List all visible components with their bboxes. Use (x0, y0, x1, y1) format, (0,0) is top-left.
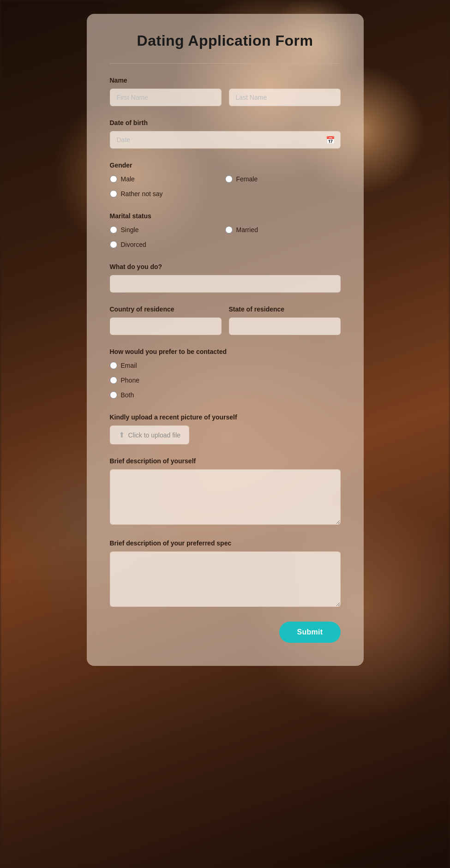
contact-phone-radio[interactable] (110, 377, 117, 384)
contact-radio-group: Email Phone Both (110, 360, 341, 401)
contact-both-label: Both (121, 391, 134, 399)
photo-label: Kindly upload a recent picture of yourse… (110, 413, 341, 421)
form-container: Dating Application Form Name Date of bir… (87, 14, 364, 666)
occupation-field-group: What do you do? (110, 263, 341, 293)
state-input[interactable] (229, 317, 341, 335)
gender-field-group: Gender Male Female Rather not say (110, 162, 341, 199)
contact-phone-option[interactable]: Phone (110, 375, 341, 386)
submit-row: Submit (110, 622, 341, 643)
upload-text: Click to upload file (128, 431, 181, 439)
dob-input[interactable] (110, 131, 341, 149)
title-divider (110, 63, 341, 64)
preferred-spec-textarea[interactable] (110, 551, 341, 607)
contact-email-label: Email (121, 362, 137, 369)
gender-rather-label: Rather not say (121, 190, 163, 198)
contact-row-1: Email (110, 360, 341, 371)
upload-icon: ⬆ (119, 431, 125, 439)
contact-phone-label: Phone (121, 377, 139, 384)
occupation-label: What do you do? (110, 263, 341, 270)
dob-field-group: Date of birth 📅 (110, 119, 341, 149)
marital-row-2: Divorced (110, 239, 341, 250)
name-field-group: Name (110, 77, 341, 106)
contact-both-radio[interactable] (110, 391, 117, 399)
preferred-spec-label: Brief description of your preferred spec (110, 539, 341, 547)
contact-both-option[interactable]: Both (110, 389, 341, 401)
marital-single-radio[interactable] (110, 226, 117, 233)
gender-female-label: Female (236, 175, 258, 183)
dob-label: Date of birth (110, 119, 341, 126)
gender-radio-group: Male Female Rather not say (110, 174, 341, 199)
form-title: Dating Application Form (110, 32, 341, 49)
name-row (110, 89, 341, 106)
marital-divorced-option[interactable]: Divorced (110, 239, 341, 250)
marital-single-label: Single (121, 226, 139, 233)
gender-label: Gender (110, 162, 341, 169)
self-description-textarea[interactable] (110, 469, 341, 525)
marital-divorced-label: Divorced (121, 241, 146, 248)
self-description-label: Brief description of yourself (110, 457, 341, 465)
location-row: Country of residence State of residence (110, 305, 341, 335)
gender-female-option[interactable]: Female (225, 174, 341, 185)
marital-label: Marital status (110, 212, 341, 220)
gender-male-label: Male (121, 175, 135, 183)
marital-field-group: Marital status Single Married Divorced (110, 212, 341, 250)
marital-radio-group: Single Married Divorced (110, 224, 341, 250)
gender-row-1: Male Female (110, 174, 341, 185)
marital-married-option[interactable]: Married (225, 224, 341, 235)
state-label: State of residence (229, 305, 341, 313)
contact-email-radio[interactable] (110, 362, 117, 369)
country-col: Country of residence (110, 305, 222, 335)
name-label: Name (110, 77, 341, 84)
contact-label: How would you prefer to be contacted (110, 348, 341, 355)
country-input[interactable] (110, 317, 222, 335)
contact-field-group: How would you prefer to be contacted Ema… (110, 348, 341, 401)
marital-married-label: Married (236, 226, 258, 233)
preferred-spec-field-group: Brief description of your preferred spec (110, 539, 341, 609)
country-label: Country of residence (110, 305, 222, 313)
upload-button[interactable]: ⬆ Click to upload file (110, 425, 190, 444)
marital-single-option[interactable]: Single (110, 224, 225, 235)
occupation-input[interactable] (110, 275, 341, 293)
gender-male-option[interactable]: Male (110, 174, 225, 185)
self-description-field-group: Brief description of yourself (110, 457, 341, 527)
photo-field-group: Kindly upload a recent picture of yourse… (110, 413, 341, 444)
gender-row-2: Rather not say (110, 188, 341, 199)
gender-rather-option[interactable]: Rather not say (110, 188, 341, 199)
contact-email-option[interactable]: Email (110, 360, 341, 371)
first-name-input[interactable] (110, 89, 222, 106)
contact-row-2: Phone (110, 375, 341, 386)
submit-button[interactable]: Submit (279, 622, 340, 643)
state-col: State of residence (229, 305, 341, 335)
gender-male-radio[interactable] (110, 175, 117, 183)
marital-row-1: Single Married (110, 224, 341, 235)
contact-row-3: Both (110, 389, 341, 401)
location-field-group: Country of residence State of residence (110, 305, 341, 335)
gender-female-radio[interactable] (225, 175, 233, 183)
marital-married-radio[interactable] (225, 226, 233, 233)
marital-divorced-radio[interactable] (110, 241, 117, 248)
last-name-input[interactable] (229, 89, 341, 106)
date-wrapper: 📅 (110, 131, 341, 149)
gender-rather-radio[interactable] (110, 190, 117, 198)
